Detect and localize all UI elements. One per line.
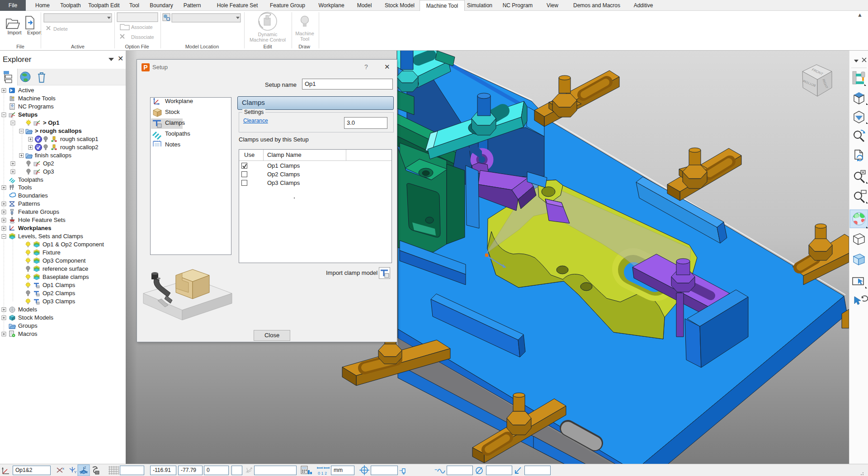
svg-text:0 1 2: 0 1 2: [318, 471, 327, 476]
svg-text:Y: Y: [74, 470, 77, 474]
svg-text:Z: Z: [84, 466, 86, 469]
svg-text:x: x: [62, 467, 64, 471]
svg-text:G: G: [11, 104, 14, 107]
